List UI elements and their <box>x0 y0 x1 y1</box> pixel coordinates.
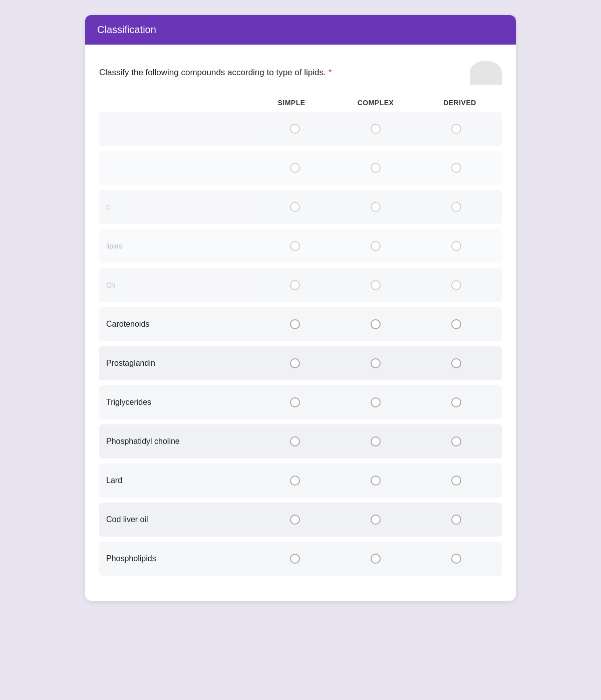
radio-cell-complex[interactable] <box>335 554 416 564</box>
radio-derived[interactable] <box>451 124 461 134</box>
radio-cell-complex[interactable] <box>335 280 416 290</box>
radio-cell-complex[interactable] <box>335 358 416 368</box>
radio-cell-complex[interactable] <box>335 202 416 212</box>
radio-cell-derived[interactable] <box>416 436 497 446</box>
radio-cell-derived[interactable] <box>416 476 497 486</box>
radio-complex[interactable] <box>371 436 381 446</box>
radio-derived[interactable] <box>451 202 461 212</box>
radio-cell-complex[interactable] <box>335 163 416 173</box>
radio-simple[interactable] <box>290 124 300 134</box>
radio-derived[interactable] <box>451 163 461 173</box>
radio-complex[interactable] <box>371 241 381 251</box>
required-star: * <box>329 68 332 77</box>
radio-simple[interactable] <box>290 280 300 290</box>
classification-card: Classification Classify the following co… <box>85 15 516 601</box>
row-label: lipids <box>104 242 254 250</box>
avatar <box>470 61 502 85</box>
radio-derived[interactable] <box>451 241 461 251</box>
card-title: Classification <box>97 24 156 35</box>
question-text: Classify the following compounds accordi… <box>99 68 462 78</box>
radio-complex[interactable] <box>371 397 381 407</box>
radio-cell-derived[interactable] <box>416 397 497 407</box>
radio-derived[interactable] <box>451 319 461 329</box>
row-label: Ch <box>104 281 254 289</box>
radio-cell-complex[interactable] <box>335 515 416 525</box>
radio-complex[interactable] <box>371 515 381 525</box>
col-label-header <box>99 99 249 107</box>
radio-simple[interactable] <box>290 397 300 407</box>
radio-cell-derived[interactable] <box>416 241 497 251</box>
radio-complex[interactable] <box>371 319 381 329</box>
radio-cell-simple[interactable] <box>254 436 335 446</box>
radio-cell-simple[interactable] <box>254 280 335 290</box>
radio-cell-complex[interactable] <box>335 397 416 407</box>
row-label: Phosphatidyl choline <box>104 437 254 446</box>
row-label: Triglycerides <box>104 398 254 407</box>
table-row <box>99 151 502 185</box>
radio-cell-simple[interactable] <box>254 163 335 173</box>
radio-derived[interactable] <box>451 554 461 564</box>
row-label: Cod liver oil <box>104 515 254 524</box>
radio-simple[interactable] <box>290 241 300 251</box>
radio-cell-simple[interactable] <box>254 397 335 407</box>
row-label: Carotenoids <box>104 320 254 329</box>
radio-cell-simple[interactable] <box>254 241 335 251</box>
radio-cell-derived[interactable] <box>416 280 497 290</box>
row-label: Phospholipids <box>104 554 254 563</box>
radio-cell-complex[interactable] <box>335 241 416 251</box>
radio-cell-simple[interactable] <box>254 476 335 486</box>
table-row: Phospholipids <box>99 542 502 576</box>
col-simple-header: SIMPLE <box>249 99 334 107</box>
radio-cell-derived[interactable] <box>416 163 497 173</box>
radio-cell-derived[interactable] <box>416 202 497 212</box>
radio-complex[interactable] <box>371 358 381 368</box>
radio-cell-derived[interactable] <box>416 124 497 134</box>
col-derived-header: DERIVED <box>418 99 502 107</box>
table-row: Cod liver oil <box>99 503 502 537</box>
radio-cell-complex[interactable] <box>335 476 416 486</box>
radio-simple[interactable] <box>290 358 300 368</box>
radio-derived[interactable] <box>451 515 461 525</box>
radio-cell-derived[interactable] <box>416 554 497 564</box>
table-row: lipids <box>99 229 502 263</box>
table-header: SIMPLE COMPLEX DERIVED <box>99 99 502 112</box>
radio-cell-simple[interactable] <box>254 554 335 564</box>
radio-derived[interactable] <box>451 436 461 446</box>
radio-simple[interactable] <box>290 554 300 564</box>
radio-derived[interactable] <box>451 280 461 290</box>
radio-complex[interactable] <box>371 202 381 212</box>
radio-derived[interactable] <box>451 397 461 407</box>
col-complex-header: COMPLEX <box>334 99 418 107</box>
radio-cell-simple[interactable] <box>254 124 335 134</box>
radio-cell-simple[interactable] <box>254 319 335 329</box>
row-label: Prostaglandin <box>104 359 254 368</box>
radio-simple[interactable] <box>290 202 300 212</box>
radio-simple[interactable] <box>290 476 300 486</box>
radio-cell-complex[interactable] <box>335 319 416 329</box>
radio-complex[interactable] <box>371 554 381 564</box>
radio-cell-derived[interactable] <box>416 515 497 525</box>
radio-simple[interactable] <box>290 319 300 329</box>
radio-cell-derived[interactable] <box>416 319 497 329</box>
radio-simple[interactable] <box>290 515 300 525</box>
radio-cell-simple[interactable] <box>254 515 335 525</box>
table-row: Phosphatidyl choline <box>99 424 502 458</box>
radio-complex[interactable] <box>371 280 381 290</box>
radio-simple[interactable] <box>290 163 300 173</box>
table-row <box>99 112 502 146</box>
radio-cell-derived[interactable] <box>416 358 497 368</box>
radio-derived[interactable] <box>451 358 461 368</box>
radio-complex[interactable] <box>371 163 381 173</box>
radio-cell-simple[interactable] <box>254 358 335 368</box>
radio-cell-complex[interactable] <box>335 124 416 134</box>
radio-simple[interactable] <box>290 436 300 446</box>
table-row: Ch <box>99 268 502 302</box>
radio-cell-simple[interactable] <box>254 202 335 212</box>
radio-derived[interactable] <box>451 476 461 486</box>
row-label: Lard <box>104 476 254 485</box>
table-row: Lard <box>99 463 502 498</box>
table-row: Triglycerides <box>99 385 502 419</box>
radio-complex[interactable] <box>371 124 381 134</box>
radio-cell-complex[interactable] <box>335 436 416 446</box>
radio-complex[interactable] <box>371 476 381 486</box>
